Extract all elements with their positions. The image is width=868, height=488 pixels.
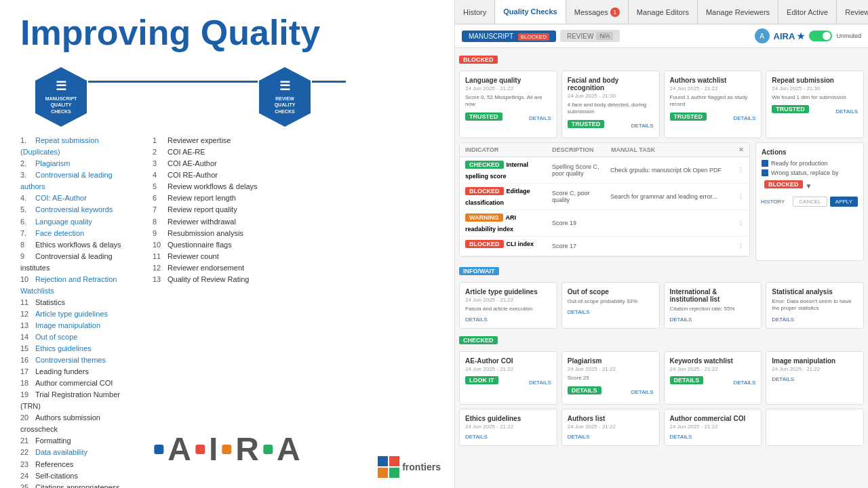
unmuted-toggle[interactable] <box>809 30 832 41</box>
list-item: 8Ethics workflows & delays <box>20 239 139 251</box>
action-option-1: Ready for production <box>762 160 858 167</box>
list-item: 12Reviewer endorsement <box>153 262 271 274</box>
content-area[interactable]: BLOCKED Language quality 24 Jun 2025 - 2… <box>455 48 868 488</box>
aira-dot-orange <box>222 445 231 454</box>
card-action-link[interactable]: DETAILS <box>835 108 858 115</box>
tab-manage-editors[interactable]: Manage Editors <box>629 0 698 24</box>
actions-title: Actions <box>762 148 858 156</box>
card-title: Authors list <box>568 415 654 422</box>
tab-messages[interactable]: Messages1 <box>566 0 629 24</box>
card-action-link[interactable]: DETAILS <box>568 309 590 315</box>
list-item: 8Reviewer withdrawal <box>153 216 271 228</box>
card-status-badge: TRUSTED <box>670 113 707 121</box>
action-option-2: Wrong status, replace by <box>762 169 858 176</box>
cancel-button[interactable]: CANCEL <box>793 197 827 207</box>
ind-status-badge: BLOCKED <box>465 187 504 195</box>
ind-header-description: DESCRIPTION <box>552 146 606 153</box>
ind-status-name: BLOCKEDCLI index <box>465 240 547 252</box>
ind-status-badge: BLOCKED <box>465 240 504 248</box>
card-action-link[interactable]: DETAILS <box>568 434 590 440</box>
action-checkbox-1[interactable] <box>762 160 768 167</box>
card-actions: DETAILS DETAILS <box>568 386 654 399</box>
card-action-link[interactable]: DETAILS <box>772 317 794 323</box>
indicators-rows: CHECKEDInternal spelling score Spelling … <box>460 157 749 256</box>
card-actions: DETAILS <box>568 309 654 315</box>
list-item: 20Authors submission crosscheck <box>20 412 139 435</box>
connector-line <box>88 81 258 83</box>
card: Facial and body recognition 24 Jun 2025 … <box>561 70 660 138</box>
card: Author commercial COI 24 Jun 2025 - 21:2… <box>664 409 762 446</box>
action-checkbox-2[interactable] <box>762 169 768 176</box>
sub-tab-review[interactable]: REVIEW N/A <box>560 30 620 42</box>
card <box>766 409 864 446</box>
card-action-link[interactable]: DETAILS <box>734 115 756 121</box>
card-date: 24 Jun 2025 - 21:30 <box>772 85 858 92</box>
tab-history[interactable]: History <box>455 0 495 24</box>
aira-letter-i: I <box>209 430 218 468</box>
indicator-row: WARNINGARI readability index Score 19 ⋮ <box>460 210 749 237</box>
list-item: 1.Repeat submission (Duplicates) <box>20 135 139 158</box>
card: Out of scope Out-of-scope probability 33… <box>561 282 660 329</box>
list-item: 10Rejection and Retraction Watchlists <box>20 274 139 297</box>
card-action-link[interactable]: DETAILS <box>631 123 654 129</box>
card-desc: 4 face and body detected, during submiss… <box>568 102 654 116</box>
card-action-link[interactable]: DETAILS <box>529 380 551 386</box>
history-button[interactable]: HISTORY <box>755 197 790 207</box>
tab-quality-checks[interactable]: Quality Checks <box>495 0 566 24</box>
list-item: 16Controversial themes <box>20 354 139 366</box>
list-item: 25Citations appropriateness <box>20 482 139 488</box>
checked-cards-row: AE-Author COI 24 Jun 2025 - 21:22 LOOK I… <box>459 351 864 404</box>
manuscript-blocked-badge: BLOCKED <box>518 33 549 41</box>
tab-manage-reviewers[interactable]: Manage Reviewers <box>698 0 778 24</box>
card-action-link[interactable]: DETAILS <box>772 376 794 382</box>
card-action-link[interactable]: DETAILS <box>465 317 488 323</box>
card-date: 24 Jun 2025 - 21:22 <box>465 424 551 430</box>
ind-desc: Spelling Score C, poor quality <box>552 163 605 177</box>
list-item: 5.Controversial keywords <box>20 204 139 216</box>
ind-status-name: WARNINGARI readability index <box>465 214 547 232</box>
card-actions: DETAILS DETAILS <box>670 376 756 388</box>
toggle-label: Unmuted <box>836 33 861 39</box>
ind-more-button[interactable]: ⋮ <box>738 193 744 200</box>
action-dropdown-arrow[interactable]: ▼ <box>806 182 812 190</box>
tab-editor-active[interactable]: Editor Active <box>778 0 837 24</box>
card-action-link[interactable]: DETAILS <box>631 389 654 395</box>
ind-more-button[interactable]: ⋮ <box>738 220 744 226</box>
list-item: 10Questionnaire flags <box>153 239 271 251</box>
checked-section-label: CHECKED <box>459 336 498 344</box>
aira-brand: A I R A <box>154 430 300 468</box>
tab-reviewer[interactable]: Reviewer: 1 Undecided <box>837 0 868 24</box>
card-title: Plagiarism <box>568 357 654 365</box>
manuscript-hex-label: MANUSCRIPTQUALITYCHECKS <box>45 96 77 114</box>
list-item: 7.Face detection <box>20 228 139 239</box>
indicators-with-actions: INDICATOR DESCRIPTION MANUAL TASK ✕ CHEC… <box>459 142 864 261</box>
ind-more-button[interactable]: ⋮ <box>738 167 744 174</box>
manuscript-hex: ☰ MANUSCRIPTQUALITYCHECKS <box>34 66 88 128</box>
ind-more-button[interactable]: ⋮ <box>738 243 744 249</box>
list-item: 4COI RE-Author <box>153 169 271 181</box>
card-action-link[interactable]: DETAILS <box>670 317 692 323</box>
card-actions: TRUSTED DETAILS <box>670 113 756 125</box>
card-action-link[interactable]: DETAILS <box>465 434 488 440</box>
card-actions: TRUSTED DETAILS <box>568 120 654 132</box>
list-item: 14Out of scope <box>20 331 139 343</box>
action-buttons: HISTORY CANCEL APPLY <box>762 197 858 207</box>
indicators-section: INDICATOR DESCRIPTION MANUAL TASK ✕ CHEC… <box>459 142 750 257</box>
review-hex-content: ☰ REVIEWQUALITYCHECKS <box>273 78 297 116</box>
sub-nav: MANUSCRIPT BLOCKED REVIEW N/A A AIRA ★ U… <box>455 24 868 48</box>
action-option-2-label: Wrong status, replace by <box>771 169 838 176</box>
card-action-link[interactable]: DETAILS <box>734 380 756 386</box>
card-desc: Fascia and article execution <box>465 306 551 312</box>
card-action-link[interactable]: DETAILS <box>529 115 551 121</box>
indicators-close-button[interactable]: ✕ <box>738 146 744 153</box>
apply-button[interactable]: APPLY <box>830 197 858 207</box>
card-actions: DETAILS <box>465 317 551 323</box>
list-item: 3.Controversial & leading authors <box>20 169 139 192</box>
action-status-dropdown[interactable]: BLOCKED <box>764 180 803 188</box>
ind-header-manual-task: MANUAL TASK <box>611 146 733 153</box>
card-action-link[interactable]: DETAILS <box>670 434 692 440</box>
review-icon: ☰ <box>275 79 296 94</box>
review-na-badge: N/A <box>596 32 613 40</box>
aira-user-avatar: A <box>755 28 770 43</box>
sub-tab-manuscript[interactable]: MANUSCRIPT BLOCKED <box>462 30 556 42</box>
